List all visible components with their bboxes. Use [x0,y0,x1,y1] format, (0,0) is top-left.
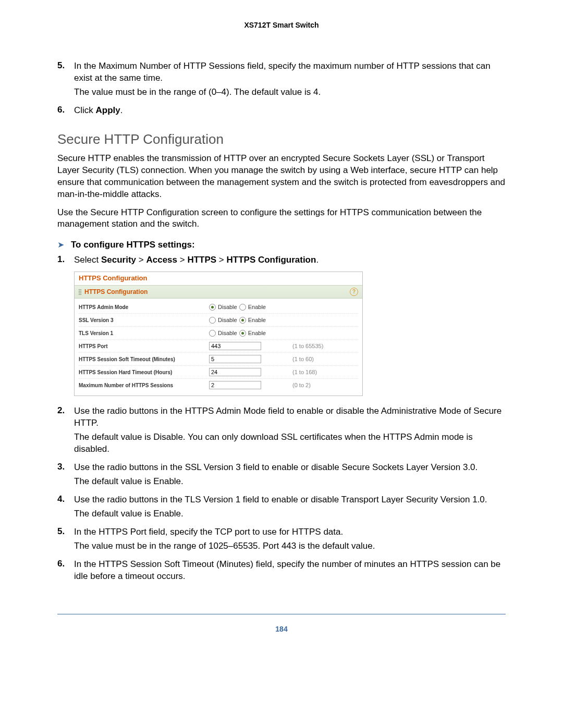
field-hint: (0 to 2) [292,382,358,388]
step-number: 2. [57,405,74,416]
step-text: Click Apply. [74,105,506,117]
step-text: In the Maximum Number of HTTP Sessions f… [74,60,506,84]
page-footer: 184 [57,614,506,633]
soft-timeout-input[interactable] [209,355,261,363]
task-heading: ➤ To configure HTTPS settings: [57,240,506,250]
radio-enable[interactable] [239,304,246,311]
radio-enable[interactable] [239,317,246,324]
field-label: HTTPS Admin Mode [79,304,209,310]
section-heading: Secure HTTP Configuration [57,131,506,147]
step-number: 4. [57,494,74,504]
step-number: 5. [57,526,74,537]
list-item: 5. In the HTTPS Port field, specify the … [57,526,506,538]
help-icon[interactable]: ? [350,288,358,296]
https-port-input[interactable] [209,342,261,350]
drag-grip-icon [79,289,81,295]
field-hint: (1 to 168) [292,369,358,375]
paragraph: Use the Secure HTTP Configuration screen… [57,207,506,231]
step-number: 6. [57,105,74,115]
field-row: HTTPS Port (1 to 65535) [79,340,358,353]
radio-disable[interactable] [209,317,216,324]
field-label: HTTPS Port [79,343,209,349]
step-note: The value must be in the range of 1025–6… [74,540,506,552]
step-note: The value must be in the range of (0–4).… [74,87,506,98]
step-number: 3. [57,462,74,472]
panel-title: HTTPS Configuration [84,288,148,295]
panel-outer-title: HTTPS Configuration [75,272,362,285]
field-row: HTTPS Session Soft Timeout (Minutes) (1 … [79,353,358,366]
step-text: Use the radio buttons in the SSL Version… [74,462,506,474]
step-note: The default value is Enable. [74,508,506,520]
step-text: In the HTTPS Session Soft Timeout (Minut… [74,559,506,583]
hard-timeout-input[interactable] [209,368,261,376]
radio-disable[interactable] [209,330,216,337]
field-row: SSL Version 3 Disable Enable [79,314,358,327]
step-number: 5. [57,60,74,71]
field-row: HTTPS Admin Mode Disable Enable [79,301,358,314]
radio-group: Disable Enable [209,304,292,311]
list-item: 3. Use the radio buttons in the SSL Vers… [57,462,506,474]
step-number: 1. [57,254,74,265]
list-item: 2. Use the radio buttons in the HTTPS Ad… [57,405,506,429]
field-label: HTTPS Session Hard Timeout (Hours) [79,369,209,375]
panel-header-bar: HTTPS Configuration ? [75,285,362,299]
field-row: Maximum Number of HTTPS Sessions (0 to 2… [79,379,358,391]
field-hint: (1 to 60) [292,356,358,362]
list-item: 6. Click Apply. [57,105,506,117]
field-row: TLS Version 1 Disable Enable [79,327,358,340]
paragraph: Secure HTTP enables the transmission of … [57,153,506,201]
radio-enable[interactable] [239,330,246,337]
chevron-right-icon: ➤ [57,240,71,250]
list-item: 6. In the HTTPS Session Soft Timeout (Mi… [57,559,506,583]
step-note: The default value is Disable. You can on… [74,431,506,455]
field-hint: (1 to 65535) [292,343,358,349]
step-text: In the HTTPS Port field, specify the TCP… [74,526,506,538]
step-text: Select Security > Access > HTTPS > HTTPS… [74,254,506,266]
task-title: To configure HTTPS settings: [71,240,195,250]
doc-header: XS712T Smart Switch [57,21,506,29]
panel-body: HTTPS Admin Mode Disable Enable SSL Vers… [75,299,362,396]
step-text: Use the radio buttons in the TLS Version… [74,494,506,506]
page: XS712T Smart Switch 5. In the Maximum Nu… [0,0,563,649]
field-label: Maximum Number of HTTPS Sessions [79,382,209,388]
list-item: 5. In the Maximum Number of HTTP Session… [57,60,506,84]
step-number: 6. [57,559,74,569]
list-item: 1. Select Security > Access > HTTPS > HT… [57,254,506,266]
step-text: Use the radio buttons in the HTTPS Admin… [74,405,506,429]
radio-group: Disable Enable [209,330,292,337]
page-number: 184 [275,625,287,633]
field-label: SSL Version 3 [79,317,209,323]
list-item: 4. Use the radio buttons in the TLS Vers… [57,494,506,506]
radio-disable[interactable] [209,304,216,311]
step-note: The default value is Enable. [74,476,506,488]
https-config-screenshot: HTTPS Configuration HTTPS Configuration … [74,272,363,396]
radio-group: Disable Enable [209,317,292,324]
field-label: TLS Version 1 [79,330,209,336]
field-label: HTTPS Session Soft Timeout (Minutes) [79,356,209,362]
max-sessions-input[interactable] [209,381,261,389]
field-row: HTTPS Session Hard Timeout (Hours) (1 to… [79,366,358,379]
